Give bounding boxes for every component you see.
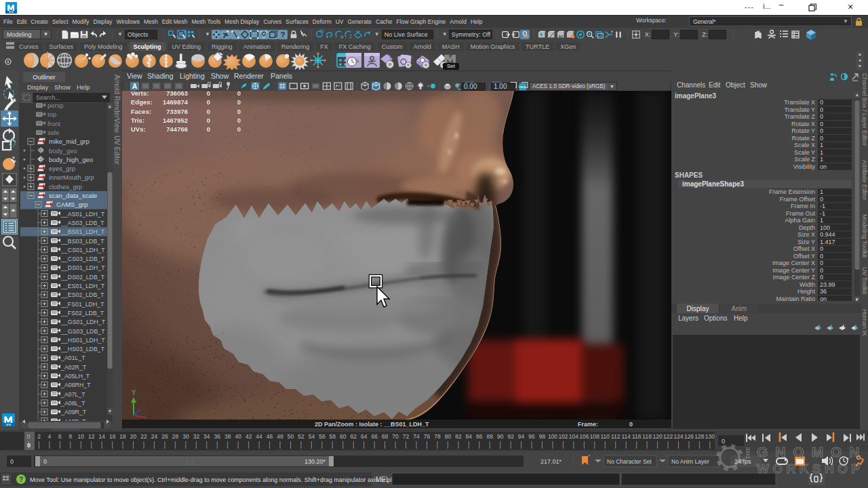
svg-text:114: 114 (621, 433, 631, 440)
svg-text:AYA: AYA (6, 424, 11, 426)
svg-text:44: 44 (256, 433, 262, 440)
svg-text:Scale X: Scale X (794, 142, 815, 148)
svg-text:0: 0 (820, 267, 823, 274)
svg-text:98: 98 (539, 433, 546, 440)
svg-text:Options: Options (704, 314, 727, 322)
svg-text:122: 122 (663, 433, 673, 440)
svg-text:0: 0 (207, 125, 210, 133)
svg-text:__CS01_LDH_T: __CS01_LDH_T (60, 247, 105, 253)
svg-text:_A06RH_T: _A06RH_T (60, 382, 91, 388)
svg-text:0: 0 (27, 442, 31, 449)
svg-text:0: 0 (820, 121, 823, 127)
svg-text:28: 28 (172, 433, 179, 440)
svg-text:__BS03_LDB_T: __BS03_LDB_T (60, 238, 104, 245)
svg-text:scan_data_scale: scan_data_scale (49, 192, 97, 199)
svg-text:Anim: Anim (732, 305, 747, 312)
svg-text:23.99: 23.99 (820, 281, 835, 288)
svg-text:⋮⋮: ⋮⋮ (184, 459, 195, 465)
svg-text:Edges:: Edges: (131, 98, 153, 106)
svg-text:50: 50 (288, 433, 294, 440)
svg-text:persp: persp (47, 102, 64, 109)
svg-text:0.944: 0.944 (820, 231, 835, 238)
svg-text:innerMouth_grp: innerMouth_grp (49, 174, 94, 181)
svg-text:Edit: Edit (709, 81, 720, 89)
svg-text:2: 2 (37, 433, 41, 440)
svg-text:0: 0 (207, 108, 210, 115)
svg-text:54: 54 (309, 433, 315, 440)
svg-text:10: 10 (78, 433, 85, 440)
svg-text:0: 0 (237, 108, 241, 115)
svg-text:Frame Offset: Frame Offset (780, 196, 816, 203)
svg-text:1: 1 (820, 217, 823, 224)
svg-text:clothes_grp: clothes_grp (49, 183, 82, 190)
svg-text:__GS01_LDH_T: __GS01_LDH_T (60, 319, 106, 325)
svg-text:68: 68 (382, 433, 389, 440)
svg-text:126: 126 (684, 433, 694, 440)
svg-text:__ES02_LDB_T: __ES02_LDB_T (60, 291, 104, 298)
svg-text:86: 86 (476, 433, 483, 440)
svg-text:AYA: AYA (9, 11, 14, 14)
svg-text:0: 0 (820, 127, 823, 134)
svg-text:Help: Help (734, 314, 748, 322)
svg-text:62: 62 (351, 433, 357, 440)
svg-text:96: 96 (528, 433, 535, 440)
svg-text:56: 56 (319, 433, 326, 440)
svg-text:0: 0 (820, 135, 823, 142)
svg-text:70: 70 (392, 433, 399, 440)
svg-text:body_high_geo: body_high_geo (49, 156, 93, 163)
svg-text:view: view (519, 85, 526, 89)
svg-text:Offset Y: Offset Y (793, 253, 815, 260)
svg-text:__DS02_LDB_T: __DS02_LDB_T (60, 274, 105, 281)
svg-text:30: 30 (182, 433, 189, 440)
svg-text:Y: Y (132, 389, 136, 396)
svg-text:front: front (47, 120, 60, 127)
svg-text:0: 0 (10, 458, 14, 465)
svg-text:__ES01_LDH_T: __ES01_LDH_T (60, 283, 105, 289)
svg-text:Frame In: Frame In (791, 203, 815, 209)
svg-text:36: 36 (214, 433, 221, 440)
svg-text:__DS01_LDH_T: __DS01_LDH_T (60, 264, 105, 271)
svg-text:128: 128 (694, 433, 704, 440)
svg-text:imagePlaneShape3: imagePlaneShape3 (682, 180, 745, 188)
svg-text:body_geo: body_geo (49, 147, 77, 155)
svg-text:Show: Show (54, 83, 71, 91)
svg-text:_A02R_T: _A02R_T (60, 364, 87, 371)
svg-text:48: 48 (277, 433, 283, 440)
svg-text:0: 0 (820, 113, 823, 120)
svg-text:0: 0 (237, 98, 241, 106)
svg-text:on: on (820, 163, 827, 170)
svg-text:MEL: MEL (376, 476, 390, 483)
svg-text:Scale Y: Scale Y (794, 149, 815, 156)
svg-text:Size Y: Size Y (797, 239, 815, 245)
svg-text:_A09R_T: _A09R_T (60, 409, 87, 415)
svg-text:0: 0 (820, 99, 823, 106)
svg-text:_A07L_T: _A07L_T (60, 391, 85, 398)
svg-text:Object: Object (726, 81, 745, 89)
svg-text:76: 76 (424, 433, 431, 440)
svg-text:744766: 744766 (166, 125, 188, 133)
svg-text:Width: Width (800, 281, 815, 288)
svg-text:top: top (47, 110, 56, 118)
svg-text:THE: THE (745, 447, 751, 460)
svg-text:72: 72 (403, 433, 410, 440)
svg-text:SHAPES: SHAPES (675, 171, 703, 179)
svg-text:0: 0 (237, 125, 241, 133)
svg-text:__FS02_LDB_T: __FS02_LDB_T (60, 310, 104, 317)
svg-text:Rotate Y: Rotate Y (791, 127, 815, 134)
svg-text:__AS01_LDH_T: __AS01_LDH_T (60, 211, 105, 218)
svg-text:Image Center Z: Image Center Z (772, 274, 815, 281)
svg-text:Frame Out: Frame Out (786, 210, 816, 217)
svg-text:20: 20 (130, 433, 137, 440)
svg-text:0: 0 (207, 91, 210, 97)
svg-text:110: 110 (601, 433, 610, 440)
svg-text:Height: Height (797, 288, 816, 295)
svg-text:58: 58 (330, 433, 336, 440)
svg-text:Show: Show (750, 81, 768, 89)
svg-text:82: 82 (455, 433, 462, 440)
svg-text:Display: Display (687, 305, 709, 312)
svg-text:130.20*: 130.20* (304, 458, 326, 465)
svg-text:6: 6 (58, 433, 62, 440)
svg-text:Translate Y: Translate Y (784, 106, 815, 113)
svg-text:UVs:: UVs: (131, 125, 146, 133)
svg-text:Translate X: Translate X (784, 99, 815, 106)
